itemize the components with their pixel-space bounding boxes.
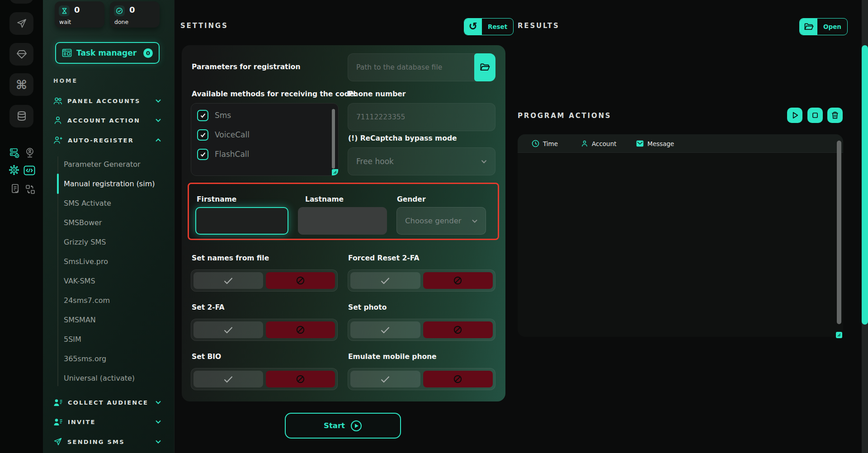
methods-list: Sms VoiceCall FlashCall <box>191 103 339 176</box>
users-icon <box>53 96 62 105</box>
toggle-disable-button[interactable] <box>423 272 493 289</box>
toggle-label: Emulate mobile phone <box>348 353 437 361</box>
toggle-disable-button[interactable] <box>423 371 493 387</box>
submenu-item[interactable]: Universal (activate) <box>64 368 165 388</box>
submenu-item[interactable]: SMS Activate <box>64 193 165 213</box>
phone-label: Phone number <box>348 90 406 98</box>
methods-scrollbar[interactable] <box>332 109 335 169</box>
wait-count: 0 <box>74 5 80 14</box>
rail-top-partial-button[interactable] <box>9 0 33 4</box>
column-header-time: Time <box>532 134 558 153</box>
send-icon <box>16 18 27 29</box>
submenu-item-active[interactable]: Manual registration (sim) <box>64 174 165 193</box>
reset-icon: ↺ <box>464 19 482 35</box>
trash-button[interactable] <box>827 108 843 123</box>
submenu-item[interactable]: VAK-SMS <box>64 271 165 291</box>
sidebar-item-account-action[interactable]: ACCOUNT ACTION <box>53 114 161 126</box>
toggle-enable-button[interactable] <box>350 272 420 289</box>
stop-button[interactable] <box>807 108 823 123</box>
registration-params-label: Parameters for registration <box>192 63 301 71</box>
reset-button[interactable]: ↺ Reset <box>464 18 514 35</box>
phone-input[interactable] <box>348 103 495 131</box>
wait-counter-badge: 0 wait <box>55 1 104 28</box>
code-window-toggle[interactable] <box>24 165 35 176</box>
toggle-disable-button[interactable] <box>266 272 335 289</box>
toggle-forced-reset-2fa <box>348 269 495 292</box>
command-rail-button[interactable]: ⌘ <box>9 73 33 96</box>
gender-select[interactable]: Choose gender <box>396 207 486 235</box>
task-manager-icon <box>62 48 72 58</box>
sidebar-item-collect-audience[interactable]: COLLECT AUDIENCE <box>53 396 161 408</box>
submenu-item[interactable]: 24sms7.com <box>64 291 165 310</box>
db-path-input[interactable] <box>348 53 495 81</box>
submenu-item[interactable]: SMSBower <box>64 213 165 232</box>
toggle-enable-button[interactable] <box>193 371 263 387</box>
start-label: Start <box>324 421 345 430</box>
reset-label: Reset <box>482 19 513 35</box>
left-rail: ⌘ <box>0 0 43 453</box>
submenu-item[interactable]: Parameter Generator <box>64 155 165 174</box>
done-label: done <box>114 19 128 25</box>
checkbox-checked-icon <box>197 149 208 160</box>
toggle-disable-button[interactable] <box>266 371 335 387</box>
sidebar-item-sending-sms[interactable]: SENDING SMS <box>53 436 161 448</box>
sidebar-item-panel-accounts[interactable]: PANEL ACCOUNTS <box>53 95 161 107</box>
toggle-enable-button[interactable] <box>193 272 263 289</box>
toggle-enable-button[interactable] <box>193 321 263 338</box>
send-rail-button[interactable] <box>9 12 33 35</box>
method-option-sms[interactable]: Sms <box>197 107 231 123</box>
sidebar-item-invite[interactable]: INVITE <box>53 416 161 428</box>
browse-db-file-button[interactable] <box>474 53 495 81</box>
method-label: Sms <box>215 111 231 120</box>
table-scrollbar[interactable] <box>837 141 841 324</box>
swap-toggle[interactable] <box>25 184 36 195</box>
server-check-toggle[interactable] <box>9 147 20 158</box>
table-header: Time Account Message <box>518 134 843 153</box>
toggle-disable-button[interactable] <box>266 321 335 338</box>
gem-rail-button[interactable] <box>9 43 33 66</box>
toggle-enable-button[interactable] <box>350 371 420 387</box>
webcam-user-toggle[interactable] <box>24 147 35 158</box>
open-results-button[interactable]: Open <box>799 18 848 35</box>
start-button[interactable]: Start <box>285 413 401 439</box>
doc-check-icon <box>11 184 20 194</box>
submenu-item[interactable]: Grizzly SMS <box>64 232 165 252</box>
toggle-disable-button[interactable] <box>423 321 493 338</box>
play-button[interactable] <box>787 108 802 123</box>
method-option-flashcall[interactable]: FlashCall <box>197 146 249 162</box>
program-actions-table: Time Account Message <box>518 134 843 337</box>
gear-icon <box>8 164 20 176</box>
submenu-item[interactable]: 365sms.org <box>64 349 165 368</box>
doc-check-toggle[interactable] <box>10 184 21 194</box>
sidebar-item-auto-register[interactable]: AUTO-REGISTER <box>53 134 161 146</box>
table-resize-handle[interactable] <box>836 332 842 338</box>
toggle-set-names-from-file <box>191 269 338 292</box>
task-manager-button[interactable]: Task manager 0 <box>55 42 160 64</box>
submenu-item[interactable]: SMSMAN <box>64 310 165 330</box>
sidebar-item-home[interactable]: HOME <box>53 77 78 84</box>
toggle-enable-button[interactable] <box>350 321 420 338</box>
firstname-input[interactable] <box>195 207 288 235</box>
submenu-item[interactable]: 5SIM <box>64 330 165 349</box>
database-rail-button[interactable] <box>9 105 33 127</box>
method-option-voicecall[interactable]: VoiceCall <box>197 127 250 143</box>
page-scrollbar-thumb[interactable] <box>862 45 868 325</box>
toggle-label: Set 2-FA <box>192 303 225 311</box>
server-check-icon <box>9 147 19 158</box>
play-circle-icon <box>350 420 362 432</box>
toggle-set-2fa <box>191 319 338 341</box>
command-icon: ⌘ <box>16 78 27 92</box>
methods-resize-handle[interactable] <box>332 169 338 175</box>
chevron-down-icon <box>481 160 487 164</box>
toggle-set-bio <box>191 368 338 390</box>
nav-label: PANEL ACCOUNTS <box>67 98 141 104</box>
chevron-down-icon <box>156 401 161 404</box>
recaptcha-mode-select[interactable]: Free hook <box>348 147 495 175</box>
lastname-input[interactable] <box>298 207 387 235</box>
gear-toggle[interactable] <box>9 165 19 175</box>
nav-label: COLLECT AUDIENCE <box>68 399 148 406</box>
submenu-item[interactable]: SmsLive.pro <box>64 252 165 271</box>
open-label: Open <box>817 19 847 35</box>
results-title: RESULTS <box>518 22 560 30</box>
user-icon <box>53 116 62 125</box>
